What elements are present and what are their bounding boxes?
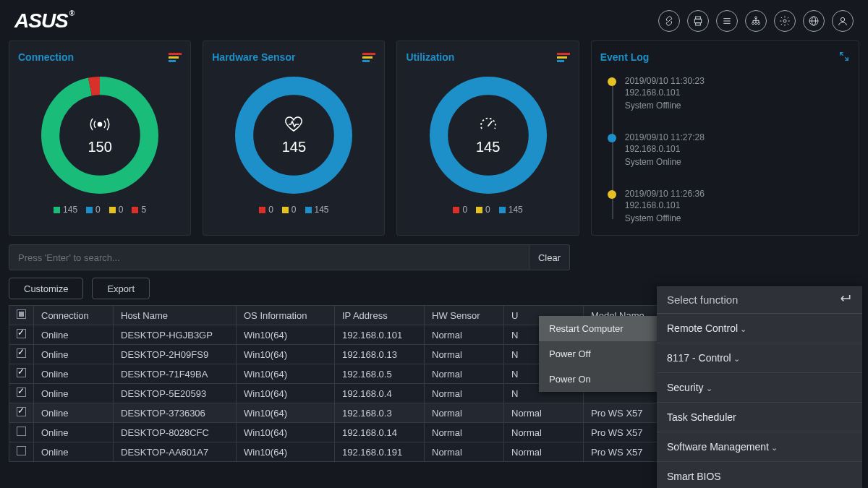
event-item[interactable]: 2019/09/10 11:27:28192.168.0.101System O… [625,132,850,168]
svg-point-14 [841,17,844,21]
legend-item: 0 [259,205,273,215]
row-checkbox[interactable] [17,427,26,436]
dashboard-panels: Connection 150 145005 Hardware Sensor [0,35,868,239]
function-item[interactable]: 8117 - Control [657,343,862,373]
context-menu-item[interactable]: Power Off [539,341,658,367]
function-item[interactable]: Software Management [657,432,862,462]
function-panel-header: Select function [657,286,862,314]
export-button[interactable]: Export [92,278,150,299]
connection-total: 150 [88,139,111,155]
function-item[interactable]: Security [657,373,862,403]
list-icon[interactable] [716,10,738,32]
utilization-total: 145 [476,139,500,155]
gauge-icon [477,116,499,133]
panel-connection: Connection 150 145005 [9,40,191,236]
signal-icon [89,116,111,133]
gear-icon[interactable] [774,10,796,32]
power-context-menu: Restart ComputerPower OffPower On [539,316,658,392]
legend-item: 145 [499,205,523,215]
globe-icon[interactable] [803,10,825,32]
svg-point-8 [755,22,757,25]
event-timeline: 2019/09/10 11:30:23192.168.0.101System O… [605,76,850,225]
function-panel: Select function Remote Control8117 - Con… [657,286,862,488]
user-icon[interactable] [832,10,854,32]
panel-title: Hardware Sensor [212,51,295,63]
col-header[interactable]: HW Sensor [425,306,504,325]
svg-point-17 [98,122,102,126]
return-icon[interactable] [838,294,852,306]
legend-item: 145 [305,205,329,215]
function-item[interactable]: Remote Control [657,314,862,343]
link-icon[interactable] [658,10,680,32]
function-item[interactable]: Task Scheduler [657,403,862,432]
legend-item: 0 [282,205,297,215]
svg-rect-1 [696,17,701,19]
panel-title: Event Log [600,51,650,63]
function-item[interactable]: Smart BIOS [657,462,862,488]
col-header[interactable]: OS Information [237,306,335,325]
row-checkbox[interactable] [17,388,26,397]
legend-item: 0 [476,205,490,215]
col-header[interactable]: IP Address [335,306,425,325]
utilization-donut: 145 [423,70,553,200]
legend-item: 145 [54,205,77,215]
select-all-checkbox[interactable] [17,309,26,319]
utilization-legend: 00145 [453,205,522,215]
hardware-donut: 145 [229,70,359,200]
svg-point-9 [758,22,760,25]
hardware-total: 145 [282,139,306,155]
search-input[interactable] [9,244,529,270]
row-checkbox[interactable] [17,368,26,377]
legend-item: 0 [86,205,101,215]
legend-item: 0 [453,205,467,215]
expand-icon[interactable] [838,51,850,64]
col-header[interactable]: Connection [34,306,114,325]
print-icon[interactable] [687,10,709,32]
function-panel-title: Select function [667,294,738,306]
search-row: Clear [0,239,868,270]
hardware-legend: 00145 [259,205,328,215]
clear-button[interactable]: Clear [529,244,570,270]
chart-icon[interactable] [557,53,570,62]
app-header: ASUS [0,0,868,35]
panel-eventlog: Event Log 2019/09/10 11:30:23192.168.0.1… [591,40,859,236]
row-checkbox[interactable] [17,329,26,338]
brand-logo: ASUS [14,9,74,33]
chart-icon[interactable] [362,53,375,62]
network-icon[interactable] [745,10,767,32]
legend-item: 5 [132,205,146,215]
row-checkbox[interactable] [17,348,26,358]
heart-icon [283,116,305,133]
svg-point-6 [755,17,757,19]
panel-utilization: Utilization 145 00145 [396,40,579,236]
connection-donut: 150 [35,70,165,200]
legend-item: 0 [109,205,124,215]
svg-point-7 [752,22,754,25]
panel-hardware: Hardware Sensor 145 00145 [203,40,385,236]
row-checkbox[interactable] [17,446,26,455]
top-icon-bar [658,10,854,32]
panel-title: Utilization [406,51,454,63]
context-menu-item[interactable]: Restart Computer [539,316,658,341]
event-item[interactable]: 2019/09/10 11:26:36192.168.0.101System O… [625,189,850,225]
svg-rect-2 [696,23,701,25]
panel-title: Connection [18,51,74,63]
context-menu-item[interactable]: Power On [539,367,658,392]
customize-button[interactable]: Customize [9,278,83,299]
connection-legend: 145005 [54,205,146,215]
chart-icon[interactable] [169,53,182,62]
svg-point-10 [783,20,786,22]
row-checkbox[interactable] [17,407,26,416]
col-header[interactable]: Host Name [114,306,237,325]
event-item[interactable]: 2019/09/10 11:30:23192.168.0.101System O… [625,76,850,112]
svg-rect-0 [694,19,701,22]
